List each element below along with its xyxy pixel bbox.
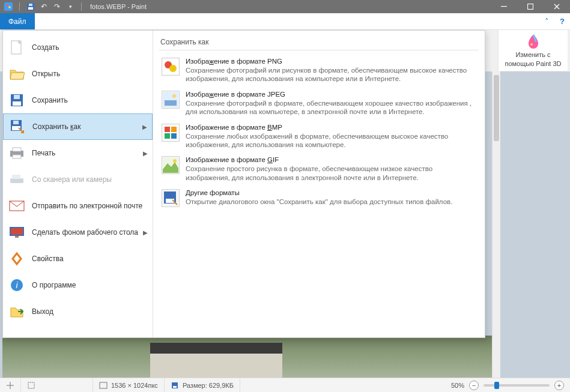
menu-label: Сохранить как (32, 122, 80, 131)
separator (81, 2, 82, 11)
redo-icon[interactable]: ↷ (52, 2, 62, 11)
email-icon (9, 198, 25, 214)
zoom-slider[interactable] (484, 384, 550, 387)
save-icon[interactable] (26, 2, 35, 11)
zoom-controls: 50% − + (445, 381, 570, 390)
svg-rect-12 (14, 95, 20, 99)
save-as-other[interactable]: Другие форматы Открытие диалогового окна… (159, 185, 479, 211)
svg-rect-6 (501, 6, 507, 7)
file-menu-scanner: Со сканера или камеры (3, 166, 153, 193)
svg-rect-43 (100, 382, 107, 388)
format-title: Изображение в формате GIF (186, 156, 476, 163)
disk-icon (171, 381, 179, 390)
svg-rect-36 (165, 133, 170, 139)
png-format-icon (162, 58, 180, 76)
svg-rect-5 (29, 4, 32, 6)
menu-label: Отправить по электронной почте (32, 202, 142, 210)
menu-label: Выход (32, 307, 53, 316)
qat-dropdown-icon[interactable]: ▾ (65, 2, 75, 11)
properties-icon (9, 251, 25, 267)
format-title: Другие форматы (186, 189, 452, 196)
status-selection (21, 378, 93, 392)
svg-point-32 (172, 94, 176, 98)
zoom-out-button[interactable]: − (469, 381, 479, 390)
format-title: Изображение в формате PNG (186, 58, 476, 65)
svg-rect-0 (4, 2, 13, 11)
svg-point-29 (169, 65, 177, 72)
file-menu-wallpaper[interactable]: Сделать фоном рабочего стола ▶ (3, 219, 153, 246)
file-menu-open[interactable]: Открыть (3, 61, 153, 87)
menu-label: Сохранить (32, 96, 68, 104)
svg-rect-45 (173, 386, 177, 388)
paint-3d-group[interactable]: Изменить с помощью Paint 3D (498, 30, 568, 71)
help-icon[interactable]: ? (554, 13, 570, 29)
gif-format-icon (162, 156, 180, 174)
file-tab[interactable]: Файл (0, 13, 35, 29)
save-as-png[interactable]: Изображение в формате PNG Сохранение фот… (159, 54, 479, 87)
undo-icon[interactable]: ↶ (39, 2, 49, 11)
print-icon (9, 145, 25, 161)
file-menu-exit[interactable]: Выход (3, 298, 153, 325)
svg-rect-7 (528, 4, 533, 10)
file-menu-save[interactable]: Сохранить (3, 87, 153, 113)
save-as-bmp[interactable]: Изображение в формате BMP Сохранение люб… (159, 120, 479, 153)
save-as-icon (10, 119, 25, 134)
minimize-button[interactable] (491, 0, 517, 13)
zoom-slider-knob[interactable] (494, 382, 499, 389)
about-icon: i (9, 277, 25, 293)
scrollbar-thumb[interactable] (494, 75, 499, 141)
save-as-header: Сохранить как (159, 35, 479, 50)
svg-point-2 (8, 6, 11, 8)
svg-rect-37 (171, 133, 177, 139)
quick-access-toolbar: ↶ ↷ ▾ (0, 2, 88, 11)
menu-label: Печать (32, 149, 55, 157)
svg-rect-34 (165, 127, 170, 132)
svg-rect-19 (10, 178, 23, 183)
ribbon-collapse-icon[interactable]: ˄ (539, 13, 554, 29)
file-menu-print[interactable]: Печать ▶ (3, 140, 153, 166)
submenu-arrow-icon: ▶ (142, 124, 147, 130)
title-bar: ↶ ↷ ▾ fotos.WEBP - Paint (0, 0, 570, 13)
submenu-arrow-icon: ▶ (143, 229, 148, 236)
submenu-arrow-icon: ▶ (143, 150, 148, 157)
file-menu-email[interactable]: Отправить по электронной почте (3, 193, 153, 219)
save-as-jpeg[interactable]: Изображение в формате JPEG Сохранение фо… (159, 87, 479, 120)
svg-rect-20 (12, 175, 20, 179)
wallpaper-icon (9, 225, 25, 240)
vertical-scrollbar[interactable] (492, 71, 500, 378)
dimensions-text: 1536 × 1024пкс (111, 382, 158, 389)
svg-rect-23 (11, 228, 23, 235)
svg-rect-35 (171, 127, 177, 132)
selection-icon (27, 381, 35, 390)
zoom-in-button[interactable]: + (554, 381, 564, 390)
file-menu-about[interactable]: i О программе (3, 272, 153, 298)
new-file-icon (9, 40, 25, 55)
file-menu-save-as[interactable]: Сохранить как ▶ (3, 113, 153, 140)
format-title: Изображение в формате JPEG (186, 91, 476, 98)
close-button[interactable] (544, 0, 570, 13)
other-format-icon (162, 189, 180, 207)
exit-icon (9, 304, 25, 319)
filesize-text: Размер: 629,9КБ (183, 382, 234, 389)
bmp-format-icon (162, 124, 180, 142)
svg-rect-4 (28, 7, 33, 10)
maximize-button[interactable] (517, 0, 544, 13)
image-content (150, 343, 282, 378)
save-as-gif[interactable]: Изображение в формате GIF Сохранение про… (159, 152, 479, 185)
status-cursor-pos (0, 378, 21, 392)
file-menu-list: Создать Открыть Сохранить Сохранить как … (3, 31, 153, 337)
format-desc: Сохранение любых изображений в формате, … (186, 132, 476, 149)
format-title: Изображение в формате BMP (186, 124, 476, 131)
paint-3d-label-2: помощью Paint 3D (505, 60, 561, 67)
svg-rect-18 (13, 155, 21, 158)
file-menu-new[interactable]: Создать (3, 34, 153, 61)
scanner-icon (9, 172, 25, 187)
zoom-percent: 50% (451, 382, 464, 389)
file-menu-properties[interactable]: Свойства (3, 246, 153, 272)
ribbon-tabs: Файл ˄ ? (0, 13, 570, 30)
svg-rect-31 (165, 100, 177, 106)
open-folder-icon (9, 66, 25, 82)
separator (19, 2, 20, 11)
file-tab-label: Файл (8, 17, 26, 26)
paint-3d-icon (527, 34, 540, 49)
